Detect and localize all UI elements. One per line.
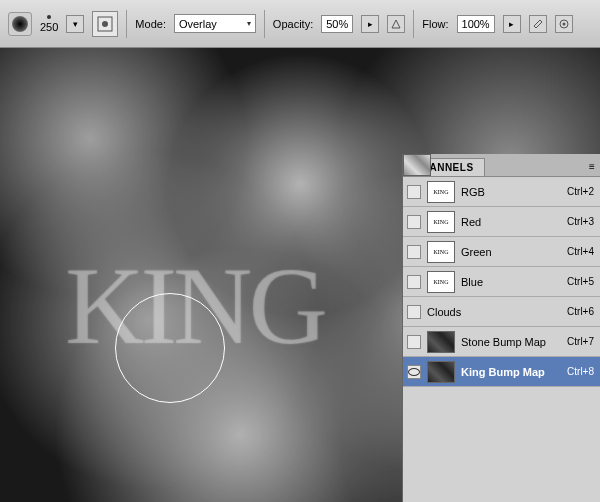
svg-point-1 — [102, 21, 108, 27]
visibility-toggle[interactable] — [407, 245, 421, 259]
mode-value: Overlay — [179, 18, 217, 30]
channel-thumbnail: KING — [427, 271, 455, 293]
visibility-toggle[interactable] — [407, 365, 421, 379]
channel-name: Clouds — [427, 306, 561, 318]
channel-name: Red — [461, 216, 561, 228]
channel-shortcut: Ctrl+2 — [567, 186, 594, 197]
opacity-label: Opacity: — [273, 18, 313, 30]
canvas[interactable]: KING CHANNELS ≡ KINGRGBCtrl+2KINGRedCtrl… — [0, 48, 600, 502]
mode-label: Mode: — [135, 18, 166, 30]
channel-row[interactable]: KINGGreenCtrl+4 — [403, 237, 600, 267]
airbrush-icon[interactable] — [529, 15, 547, 33]
channel-name: Blue — [461, 276, 561, 288]
channel-thumbnail: KING — [427, 181, 455, 203]
tablet-pressure-size-icon[interactable] — [555, 15, 573, 33]
flow-label: Flow: — [422, 18, 448, 30]
brush-preset-picker[interactable] — [92, 11, 118, 37]
channel-row[interactable]: King Bump MapCtrl+8 — [403, 357, 600, 387]
channel-thumbnail — [427, 361, 455, 383]
channel-shortcut: Ctrl+3 — [567, 216, 594, 227]
opacity-flyout[interactable]: ▸ — [361, 15, 379, 33]
channel-name: Green — [461, 246, 561, 258]
visibility-toggle[interactable] — [407, 185, 421, 199]
channel-row[interactable]: CloudsCtrl+6 — [403, 297, 600, 327]
channel-row[interactable]: Stone Bump MapCtrl+7 — [403, 327, 600, 357]
mode-select[interactable]: Overlay ▾ — [174, 14, 256, 33]
visibility-toggle[interactable] — [407, 335, 421, 349]
brush-tool-icon[interactable] — [8, 12, 32, 36]
options-bar: 250 ▾ Mode: Overlay ▾ Opacity: 50% ▸ Flo… — [0, 0, 600, 48]
panel-tabs: CHANNELS ≡ — [403, 154, 600, 177]
brush-size-preview[interactable]: 250 — [40, 15, 58, 33]
channel-list: KINGRGBCtrl+2KINGRedCtrl+3KINGGreenCtrl+… — [403, 177, 600, 502]
flow-flyout[interactable]: ▸ — [503, 15, 521, 33]
channel-shortcut: Ctrl+8 — [567, 366, 594, 377]
brush-cursor — [115, 293, 225, 403]
brush-size-dropdown[interactable]: ▾ — [66, 15, 84, 33]
svg-point-3 — [562, 22, 565, 25]
channel-name: RGB — [461, 186, 561, 198]
channel-thumbnail: KING — [427, 211, 455, 233]
channel-shortcut: Ctrl+4 — [567, 246, 594, 257]
channels-panel: CHANNELS ≡ KINGRGBCtrl+2KINGRedCtrl+3KIN… — [402, 154, 600, 502]
channel-name: Stone Bump Map — [461, 336, 561, 348]
visibility-toggle[interactable] — [407, 305, 421, 319]
channel-shortcut: Ctrl+7 — [567, 336, 594, 347]
channel-shortcut: Ctrl+6 — [567, 306, 594, 317]
channel-shortcut: Ctrl+5 — [567, 276, 594, 287]
panel-menu-icon[interactable]: ≡ — [584, 158, 600, 176]
channel-thumbnail: KING — [427, 241, 455, 263]
channel-thumbnail — [427, 331, 455, 353]
channel-name: King Bump Map — [461, 366, 561, 378]
channel-row[interactable]: KINGRGBCtrl+2 — [403, 177, 600, 207]
tablet-pressure-opacity-icon[interactable] — [387, 15, 405, 33]
chevron-down-icon: ▾ — [247, 19, 251, 28]
visibility-toggle[interactable] — [407, 215, 421, 229]
divider — [413, 10, 414, 38]
brush-size-value: 250 — [40, 21, 58, 33]
channel-row[interactable]: KINGRedCtrl+3 — [403, 207, 600, 237]
flow-input[interactable]: 100% — [457, 15, 495, 33]
visibility-toggle[interactable] — [407, 275, 421, 289]
divider — [126, 10, 127, 38]
channel-row[interactable]: KINGBlueCtrl+5 — [403, 267, 600, 297]
opacity-input[interactable]: 50% — [321, 15, 353, 33]
divider — [264, 10, 265, 38]
